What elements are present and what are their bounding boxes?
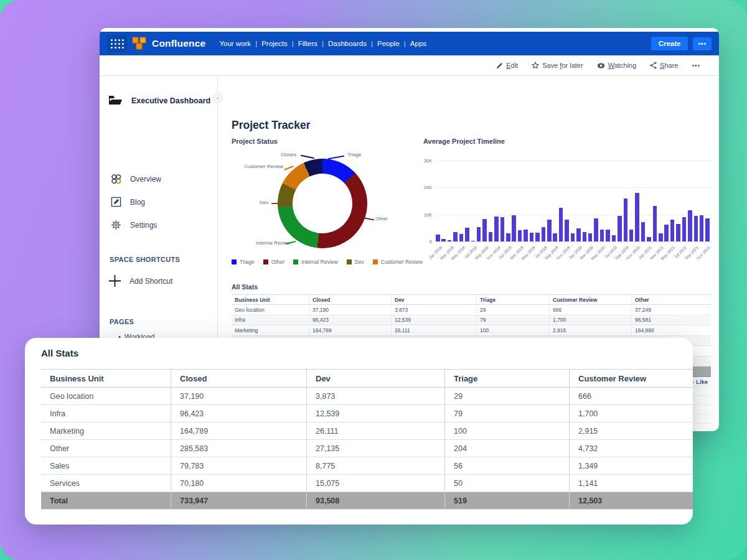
app-switcher-button[interactable] [107,35,127,52]
cell: 1,700 [549,315,631,325]
topnav-item-your-work[interactable]: Your work [219,40,251,47]
bar-month-29 [606,230,610,241]
cell: Infra [41,405,171,422]
bar-month-28 [600,230,604,241]
product-name[interactable]: Confluence [152,38,205,49]
donut-label-closed: Closed [281,152,296,157]
table-row: Other285,58327,1352044,732 [41,440,693,457]
toolbar-more-button[interactable]: ••• [692,62,700,69]
topnav-item-apps[interactable]: Apps [410,40,426,47]
edit-button[interactable]: Edit [496,62,518,69]
watching-button[interactable]: Watching [597,62,636,69]
cell: Geo location [232,305,309,315]
cell: 96,581 [631,315,711,325]
cell: 2,915 [549,325,631,335]
topnav-item-dashboards[interactable]: Dashboards [328,40,367,47]
legend-label: Internal Review [301,259,338,265]
bar-month-12 [506,233,510,241]
bar-month-7 [477,227,481,241]
cell: Geo location [41,388,171,404]
cell: 4,732 [569,440,693,457]
bar-month-41 [676,224,680,241]
plus-icon [108,274,121,287]
star-icon [532,62,539,69]
bar-month-10 [494,217,499,241]
gear-icon [111,220,121,230]
nav-more-button[interactable]: ••• [693,37,712,50]
donut-label-customer-review: Customer Review [244,164,283,169]
cell: 519 [444,492,569,509]
menu-separator: | [322,40,324,47]
bar-month-33 [629,230,634,241]
cell: 26,111 [391,325,476,335]
topnav-item-people[interactable]: People [377,40,400,47]
share-button[interactable]: Share [650,62,678,69]
bar-month-5 [465,228,469,241]
cell: 70,180 [171,475,306,492]
column-header-customer-review: Customer Review [569,370,693,387]
pages-header: PAGES [110,318,134,325]
save-for-later-button[interactable]: Save for later [532,62,583,69]
topnav-item-projects[interactable]: Projects [261,40,288,47]
cell: 79,783 [171,457,306,474]
sidebar-collapse-button[interactable]: ‹ [213,93,223,103]
bar-month-23 [571,233,575,241]
bar-month-0 [436,235,440,241]
menu-separator: | [404,40,406,47]
cell: 96,423 [309,315,391,325]
cell: 79 [444,405,569,422]
table-row: Services70,18015,075501,141 [41,475,693,492]
bar-month-3 [453,232,458,241]
cell: 26,111 [306,422,444,439]
cell: 37,249 [631,305,711,315]
bar-month-26 [588,233,593,241]
sidebar-space-title[interactable]: Executive Dashboard [108,95,210,106]
donut-legend: TriageOtherInternal ReviewDevCustomer Re… [232,259,423,265]
cell: 15,075 [306,475,444,492]
cell: 37,190 [309,305,391,315]
cell: 3,873 [391,305,476,315]
cell: 50 [444,475,569,492]
all-stats-zoom-table: Business UnitClosedDevTriageCustomer Rev… [41,369,693,510]
bar-month-32 [624,198,628,241]
leader-line [328,156,344,159]
cell: 1,700 [569,405,693,422]
overview-icon [111,174,121,184]
eye-icon [597,62,605,69]
legend-label: Dev [355,259,364,265]
cell: 29 [444,388,569,404]
table-header-row: Business UnitClosedDevTriageCustomer Rev… [41,369,693,388]
bar-month-39 [664,225,669,241]
column-header-business-unit: Business Unit [232,295,309,304]
column-header-other: Other [631,295,711,304]
bar-month-36 [647,237,651,241]
sidebar-item-blog[interactable]: Blog [111,197,145,207]
cell: 164,789 [171,422,306,439]
legend-item-customer-review: Customer Review [373,259,423,265]
create-button[interactable]: Create [651,37,688,50]
donut-label-internal-review: Internal Review [256,240,290,246]
add-shortcut-button[interactable]: Add Shortcut [108,274,172,287]
blog-icon [111,197,121,207]
bar-month-42 [682,217,687,241]
cell: 12,539 [391,315,476,325]
topnav-item-filters[interactable]: Filters [298,40,317,47]
bar-month-14 [518,230,522,241]
legend-label: Customer Review [381,259,423,265]
bar-month-8 [482,219,487,241]
sidebar-item-overview[interactable]: Overview [111,174,161,184]
legend-swatch [232,259,237,264]
legend-item-triage: Triage [232,259,255,265]
bar-month-4 [459,234,464,241]
cell: Marketing [41,422,171,439]
sidebar-item-settings[interactable]: Settings [111,220,157,230]
menu-separator: | [255,40,257,47]
cell: 37,190 [171,388,306,404]
overlay-title: All Stats [41,348,78,358]
cell: Other [41,440,171,457]
table-row: Geo location37,1903,8732966637,249 [41,388,693,405]
timeline-bar-chart [436,161,710,241]
donut-chart-title: Project Status [232,138,278,145]
gridline [436,241,711,242]
cell: Total [41,492,171,509]
